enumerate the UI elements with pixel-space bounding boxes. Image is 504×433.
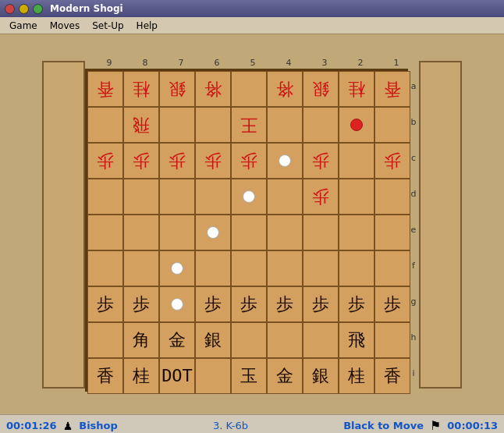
cell-6-3[interactable]: 歩	[195, 286, 231, 322]
cell-4-8[interactable]	[374, 215, 410, 250]
cell-7-1[interactable]: 角	[123, 322, 159, 358]
piece-2-3: 歩	[204, 152, 222, 169]
cell-6-4[interactable]: 歩	[231, 286, 267, 322]
cell-4-4[interactable]	[231, 215, 267, 250]
cell-6-6[interactable]: 歩	[303, 286, 339, 322]
cell-2-1[interactable]: 歩	[123, 143, 159, 179]
cell-4-1[interactable]	[123, 215, 159, 250]
cell-3-3[interactable]	[195, 179, 231, 215]
cell-2-0[interactable]: 歩	[87, 143, 123, 179]
cell-5-8[interactable]	[374, 250, 410, 286]
cell-5-1[interactable]	[123, 250, 159, 286]
cell-1-0[interactable]	[87, 107, 123, 143]
cell-7-0[interactable]	[87, 322, 123, 358]
cell-3-4[interactable]	[231, 179, 267, 215]
cell-3-0[interactable]	[87, 179, 123, 215]
cell-0-3[interactable]: 将	[195, 71, 231, 107]
cell-6-8[interactable]: 歩	[374, 286, 410, 322]
cell-3-5[interactable]	[267, 179, 303, 215]
col-label-9: 9	[91, 58, 127, 68]
cell-5-6[interactable]	[303, 250, 339, 286]
cell-1-1[interactable]: 飛	[123, 107, 159, 143]
cell-5-3[interactable]	[195, 250, 231, 286]
cell-1-5[interactable]	[267, 107, 303, 143]
cell-1-2[interactable]	[159, 107, 195, 143]
cell-1-4[interactable]: 王	[231, 107, 267, 143]
cell-0-1[interactable]: 桂	[123, 71, 159, 107]
cell-8-1[interactable]: 桂	[123, 358, 159, 394]
col-label-3: 3	[307, 58, 343, 68]
cell-0-5[interactable]: 将	[267, 71, 303, 107]
cell-2-8[interactable]: 歩	[374, 143, 410, 179]
cell-3-6[interactable]: 歩	[303, 179, 339, 215]
cell-6-1[interactable]: 歩	[123, 286, 159, 322]
cell-8-7[interactable]: 桂	[339, 358, 374, 394]
cell-3-8[interactable]	[374, 179, 410, 215]
captured-pieces-top	[42, 61, 85, 389]
cell-2-5[interactable]	[267, 143, 303, 179]
cell-7-5[interactable]	[267, 322, 303, 358]
cell-6-5[interactable]: 歩	[267, 286, 303, 322]
cell-1-7[interactable]	[339, 107, 374, 143]
cell-0-0[interactable]: 香	[87, 71, 123, 107]
piece-8-0: 香	[97, 367, 114, 385]
piece-6-5: 歩	[276, 296, 293, 313]
piece-0-7: 桂	[348, 80, 365, 98]
cell-5-0[interactable]	[87, 250, 123, 286]
cell-2-4[interactable]: 歩	[231, 143, 267, 179]
cell-3-2[interactable]	[159, 179, 195, 215]
cell-7-2[interactable]: 金	[159, 322, 195, 358]
menu-setup[interactable]: Set-Up	[86, 19, 130, 33]
minimize-button[interactable]	[19, 4, 29, 14]
cell-8-6[interactable]: 銀	[303, 358, 339, 394]
cell-7-4[interactable]	[231, 322, 267, 358]
piece-1-4: 王	[240, 116, 257, 133]
cell-0-4[interactable]	[231, 71, 267, 107]
cell-0-8[interactable]: 香	[374, 71, 410, 107]
cell-6-0[interactable]: 歩	[87, 286, 123, 322]
cell-8-8[interactable]: 香	[374, 358, 410, 394]
cell-7-3[interactable]: 銀	[195, 322, 231, 358]
cell-7-7[interactable]: 飛	[339, 322, 374, 358]
cell-1-6[interactable]	[303, 107, 339, 143]
cell-6-2[interactable]	[159, 286, 195, 322]
cell-2-2[interactable]: 歩	[159, 143, 195, 179]
cell-0-7[interactable]: 桂	[339, 71, 374, 107]
statusbar: 00:01:26 ♟ Bishop 3. K-6b Black to Move …	[0, 414, 504, 433]
menu-help[interactable]: Help	[130, 19, 164, 33]
cell-8-4[interactable]: 玉	[231, 358, 267, 394]
cell-8-0[interactable]: 香	[87, 358, 123, 394]
cell-4-7[interactable]	[339, 215, 374, 250]
cell-2-7[interactable]	[339, 143, 374, 179]
cell-4-5[interactable]	[267, 215, 303, 250]
cell-4-3[interactable]	[195, 215, 231, 250]
cell-0-2[interactable]: 銀	[159, 71, 195, 107]
cell-1-8[interactable]	[374, 107, 410, 143]
cell-5-5[interactable]	[267, 250, 303, 286]
cell-5-2[interactable]	[159, 250, 195, 286]
cell-8-3[interactable]	[195, 358, 231, 394]
maximize-button[interactable]	[33, 4, 43, 14]
cell-8-2[interactable]: DOT	[159, 358, 195, 394]
cell-5-4[interactable]	[231, 250, 267, 286]
cell-3-1[interactable]	[123, 179, 159, 215]
cell-7-6[interactable]	[303, 322, 339, 358]
cell-4-2[interactable]	[159, 215, 195, 250]
cell-8-5[interactable]: 金	[267, 358, 303, 394]
cell-4-6[interactable]	[303, 215, 339, 250]
cell-7-8[interactable]	[374, 322, 410, 358]
cell-0-6[interactable]: 銀	[303, 71, 339, 107]
cell-3-7[interactable]	[339, 179, 374, 215]
cell-1-3[interactable]	[195, 107, 231, 143]
menu-moves[interactable]: Moves	[44, 19, 86, 33]
menu-game[interactable]: Game	[3, 19, 44, 33]
cell-2-6[interactable]: 歩	[303, 143, 339, 179]
cell-4-0[interactable]	[87, 215, 123, 250]
cell-5-7[interactable]	[339, 250, 374, 286]
cell-2-3[interactable]: 歩	[195, 143, 231, 179]
dot-6-2	[171, 298, 183, 311]
close-button[interactable]	[5, 4, 15, 14]
cell-6-7[interactable]: 歩	[339, 286, 374, 322]
move-label: 3. K-6b	[124, 420, 337, 431]
piece-2-0: 歩	[97, 152, 114, 169]
